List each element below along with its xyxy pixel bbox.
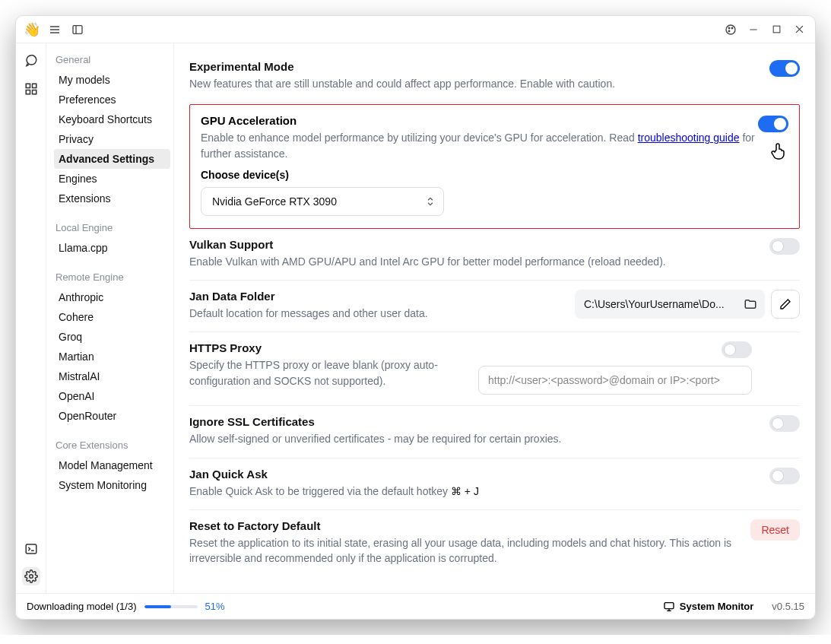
proxy-desc: Specify the HTTPS proxy or leave blank (… xyxy=(189,357,463,389)
gpu-device-select[interactable]: Nvidia GeForce RTX 3090 xyxy=(201,187,444,216)
sidebar-item-llama.cpp[interactable]: Llama.cpp xyxy=(54,238,170,258)
sidebar-item-mistralai[interactable]: MistralAI xyxy=(54,366,170,386)
download-progress xyxy=(144,605,198,608)
svg-point-8 xyxy=(728,30,730,32)
sidebar-item-engines[interactable]: Engines xyxy=(54,169,170,189)
svg-rect-16 xyxy=(32,90,36,94)
svg-point-6 xyxy=(728,27,730,29)
grid-icon[interactable] xyxy=(22,80,40,98)
chevron-updown-icon xyxy=(425,196,436,207)
quickask-hotkey: ⌘ + J xyxy=(451,485,479,497)
sidebar-item-martian[interactable]: Martian xyxy=(54,347,170,366)
ssl-title: Ignore SSL Certificates xyxy=(189,415,754,428)
sidebar-group-header: General xyxy=(56,54,170,65)
palette-icon[interactable] xyxy=(722,21,739,38)
sidebar-item-my-models[interactable]: My models xyxy=(54,70,170,90)
gpu-title: GPU Acceleration xyxy=(201,114,788,127)
reset-desc: Reset the application to its initial sta… xyxy=(189,535,735,566)
svg-rect-17 xyxy=(26,544,36,554)
sidebar-item-anthropic[interactable]: Anthropic xyxy=(54,287,170,307)
sidebar-item-privacy[interactable]: Privacy xyxy=(54,129,170,149)
proxy-input[interactable] xyxy=(478,366,752,395)
reset-button[interactable]: Reset xyxy=(750,519,800,541)
experimental-desc: New features that are still unstable and… xyxy=(189,76,754,91)
svg-rect-3 xyxy=(73,25,82,33)
sidebar-item-openrouter[interactable]: OpenRouter xyxy=(54,406,170,426)
vulkan-desc: Enable Vulkan with AMD GPU/APU and Intel… xyxy=(189,254,754,269)
svg-rect-14 xyxy=(32,84,36,87)
vulkan-toggle[interactable] xyxy=(769,238,800,255)
sidebar-item-extensions[interactable]: Extensions xyxy=(54,189,170,208)
quickask-title: Jan Quick Ask xyxy=(189,468,754,481)
experimental-toggle[interactable] xyxy=(769,60,800,77)
panel-toggle-icon[interactable] xyxy=(69,21,86,38)
maximize-button[interactable] xyxy=(768,21,785,38)
sidebar-item-system-monitoring[interactable]: System Monitoring xyxy=(54,475,170,495)
quickask-toggle[interactable] xyxy=(769,468,800,484)
app-logo-icon: 👋 xyxy=(24,21,40,38)
minimize-button[interactable] xyxy=(745,21,762,38)
download-percent: 51% xyxy=(205,601,225,612)
gpu-choose-device-label: Choose device(s) xyxy=(201,169,788,181)
datafolder-title: Jan Data Folder xyxy=(189,290,560,303)
ssl-toggle[interactable] xyxy=(769,415,800,432)
sidebar-group-header: Local Engine xyxy=(56,222,170,233)
gpu-acceleration-section: GPU Acceleration Enable to enhance model… xyxy=(189,104,800,229)
settings-icon[interactable] xyxy=(22,567,40,585)
ssl-desc: Allow self-signed or unverified certific… xyxy=(189,431,754,446)
experimental-title: Experimental Mode xyxy=(189,60,754,73)
folder-icon xyxy=(744,297,757,311)
sidebar-item-keyboard-shortcuts[interactable]: Keyboard Shortcuts xyxy=(54,109,170,129)
proxy-toggle[interactable] xyxy=(722,341,752,358)
datafolder-edit-button[interactable] xyxy=(771,290,800,319)
svg-rect-15 xyxy=(26,90,30,94)
sidebar-item-preferences[interactable]: Preferences xyxy=(54,90,170,109)
svg-rect-13 xyxy=(26,84,30,87)
quickask-desc: Enable Quick Ask to be triggered via the… xyxy=(189,484,754,499)
svg-point-19 xyxy=(29,575,33,579)
reset-title: Reset to Factory Default xyxy=(189,519,735,532)
datafolder-desc: Default location for messages and other … xyxy=(189,306,560,321)
sidebar-item-cohere[interactable]: Cohere xyxy=(54,307,170,327)
gpu-toggle[interactable] xyxy=(758,116,788,132)
version-label: v0.5.15 xyxy=(772,601,804,612)
datafolder-path[interactable]: C:\Users\YourUsername\Do... xyxy=(575,290,765,319)
proxy-title: HTTPS Proxy xyxy=(189,341,463,354)
svg-rect-10 xyxy=(773,26,780,33)
system-monitor-button[interactable]: System Monitor xyxy=(663,601,754,613)
svg-point-7 xyxy=(731,27,733,29)
sidebar-group-header: Core Extensions xyxy=(56,439,170,451)
svg-rect-20 xyxy=(664,602,674,608)
sidebar-item-openai[interactable]: OpenAI xyxy=(54,386,170,406)
sidebar-item-groq[interactable]: Groq xyxy=(54,327,170,347)
download-status: Downloading model (1/3) xyxy=(27,601,137,612)
chat-icon[interactable] xyxy=(22,51,40,69)
gpu-troubleshooting-link[interactable]: troubleshooting guide xyxy=(638,132,740,144)
vulkan-title: Vulkan Support xyxy=(189,238,754,251)
gpu-device-selected: Nvidia GeForce RTX 3090 xyxy=(212,195,337,208)
sidebar-item-advanced-settings[interactable]: Advanced Settings xyxy=(54,149,170,169)
gpu-desc: Enable to enhance model performance by u… xyxy=(201,130,788,161)
terminal-icon[interactable] xyxy=(22,540,40,558)
sidebar-group-header: Remote Engine xyxy=(56,271,170,283)
hamburger-icon[interactable] xyxy=(46,21,63,38)
close-button[interactable] xyxy=(791,21,807,38)
svg-point-5 xyxy=(726,25,735,34)
sidebar-item-model-management[interactable]: Model Management xyxy=(54,455,170,475)
